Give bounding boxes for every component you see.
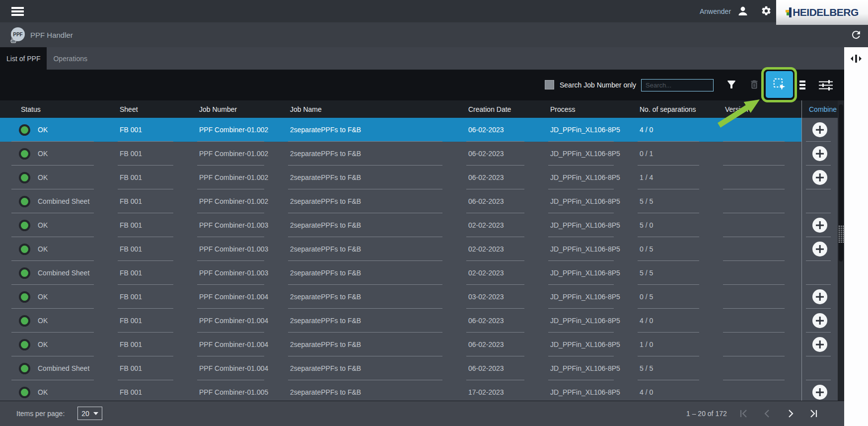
column-header-sheet[interactable]: Sheet xyxy=(111,100,190,118)
combine-add-button[interactable] xyxy=(812,146,827,161)
gear-icon[interactable] xyxy=(761,5,772,18)
tab-list-of-ppf[interactable]: List of PPF xyxy=(0,47,47,70)
cell-sheet: FB 001 xyxy=(111,309,190,333)
cell-separations: 4 / 0 xyxy=(631,118,716,142)
combine-add-button[interactable] xyxy=(812,289,827,304)
table-row[interactable]: OK FB 001 PPF Combiner-01.002 2separateP… xyxy=(0,142,844,166)
cell-sheet: FB 001 xyxy=(111,333,190,356)
cell-separations: 4 / 0 xyxy=(631,309,716,333)
table-row[interactable]: OK FB 001 PPF Combiner-01.003 2separateP… xyxy=(0,213,844,237)
status-dot-icon xyxy=(19,387,30,398)
table-row[interactable]: Combined Sheet FB 001 PPF Combiner-01.00… xyxy=(0,189,844,213)
cell-status: OK xyxy=(0,118,111,142)
heidelberg-logo-mark xyxy=(786,7,792,18)
trash-icon[interactable] xyxy=(749,79,760,92)
more-options-icon[interactable] xyxy=(799,81,805,91)
selection-cursor-icon xyxy=(772,77,787,92)
cell-status: OK xyxy=(0,333,111,356)
cell-job-number: PPF Combiner-01.003 xyxy=(190,213,281,237)
table-row[interactable]: Combined Sheet FB 001 PPF Combiner-01.00… xyxy=(0,261,844,285)
hamburger-menu-icon[interactable] xyxy=(11,7,24,16)
table-row[interactable]: OK FB 001 PPF Combiner-01.003 2separateP… xyxy=(0,237,844,261)
first-page-icon[interactable] xyxy=(738,408,750,420)
panel-resize-handle[interactable] xyxy=(838,225,844,243)
table-row[interactable]: OK FB 001 PPF Combiner-01.005 2separateP… xyxy=(0,380,844,401)
combine-add-button[interactable] xyxy=(812,218,827,233)
combine-add-button[interactable] xyxy=(812,337,827,352)
column-settings-icon[interactable] xyxy=(818,80,834,93)
column-header-combine[interactable]: Combine xyxy=(801,100,838,118)
cell-version xyxy=(716,285,801,309)
cell-combine xyxy=(801,285,838,309)
cell-combine xyxy=(801,118,838,142)
cell-creation-date: 06-02-2023 xyxy=(459,142,541,166)
items-per-page-value: 20 xyxy=(81,410,89,418)
cell-process: JD_PPFin_XL106-8P5 xyxy=(541,189,631,213)
cell-status: OK xyxy=(0,237,111,261)
combine-add-button[interactable] xyxy=(812,122,827,137)
table-row[interactable]: OK FB 001 PPF Combiner-01.002 2separateP… xyxy=(0,118,844,142)
panel-toggle-icon[interactable] xyxy=(850,54,863,65)
cell-status: OK xyxy=(0,166,111,189)
select-mode-button[interactable] xyxy=(766,71,793,98)
cell-separations: 0 / 1 xyxy=(631,142,716,166)
column-header-job-name[interactable]: Job Name xyxy=(281,100,459,118)
column-header-no-of-separations[interactable]: No. of separations xyxy=(631,100,716,118)
column-header-creation-date[interactable]: Creation Date xyxy=(459,100,541,118)
user-account-icon[interactable] xyxy=(737,5,749,19)
cell-separations: 0 / 5 xyxy=(631,285,716,309)
cell-job-name: 2separatePPFs to F&B xyxy=(281,166,459,189)
combine-add-button[interactable] xyxy=(812,385,827,400)
tab-operations[interactable]: Operations xyxy=(47,47,93,70)
cell-separations: 5 / 5 xyxy=(631,356,716,380)
cell-sheet: FB 001 xyxy=(111,237,190,261)
cell-version xyxy=(716,166,801,189)
cell-job-name: 2separatePPFs to F&B xyxy=(281,237,459,261)
cell-creation-date: 02-02-2023 xyxy=(459,237,541,261)
cell-creation-date: 06-02-2023 xyxy=(459,166,541,189)
pagination-footer: Items per page: 20 1 – 20 of 172 xyxy=(0,401,844,426)
refresh-icon[interactable] xyxy=(850,29,862,43)
column-header-job-number[interactable]: Job Number xyxy=(190,100,281,118)
collapsed-side-panel xyxy=(844,47,868,426)
column-header-process[interactable]: Process xyxy=(541,100,631,118)
cell-separations: 1 / 0 xyxy=(631,333,716,356)
cell-job-name: 2separatePPFs to F&B xyxy=(281,142,459,166)
items-per-page-select[interactable]: 20 xyxy=(77,407,102,420)
column-header-version[interactable]: Version xyxy=(716,100,801,118)
next-page-icon[interactable] xyxy=(785,408,796,420)
toolbar: Search Job Number only xyxy=(0,70,844,100)
top-bar: Anwender HEIDELBERG xyxy=(0,0,868,22)
filter-icon[interactable] xyxy=(725,78,737,93)
ppf-table-body: OK FB 001 PPF Combiner-01.002 2separateP… xyxy=(0,118,844,401)
cell-status: OK xyxy=(0,213,111,237)
column-header-status[interactable]: Status xyxy=(0,100,111,118)
last-page-icon[interactable] xyxy=(807,408,819,420)
status-dot-icon xyxy=(19,196,30,207)
table-row[interactable]: OK FB 001 PPF Combiner-01.002 2separateP… xyxy=(0,166,844,189)
table-header: Status Sheet Job Number Job Name Creatio… xyxy=(0,100,844,118)
cell-status: OK xyxy=(0,380,111,401)
cell-job-number: PPF Combiner-01.002 xyxy=(190,189,281,213)
search-input[interactable] xyxy=(641,79,714,91)
cell-job-name: 2separatePPFs to F&B xyxy=(281,213,459,237)
table-scrollbar-track[interactable] xyxy=(838,100,844,401)
table-row[interactable]: OK FB 001 PPF Combiner-01.004 2separateP… xyxy=(0,309,844,333)
cell-combine xyxy=(801,189,838,213)
search-job-number-only-checkbox[interactable] xyxy=(545,80,554,89)
table-row[interactable]: OK FB 001 PPF Combiner-01.004 2separateP… xyxy=(0,285,844,309)
cell-process: JD_PPFin_XL106-8P5 xyxy=(541,309,631,333)
combine-add-button[interactable] xyxy=(812,313,827,328)
status-dot-icon xyxy=(19,291,30,303)
cell-combine xyxy=(801,333,838,356)
previous-page-icon[interactable] xyxy=(761,408,773,420)
combine-add-button[interactable] xyxy=(812,170,827,185)
table-row[interactable]: Combined Sheet FB 001 PPF Combiner-01.00… xyxy=(0,356,844,380)
combine-add-button[interactable] xyxy=(812,242,827,256)
cell-combine xyxy=(801,213,838,237)
cell-separations: 5 / 5 xyxy=(631,261,716,285)
cell-process: JD_PPFin_XL106-8P5 xyxy=(541,166,631,189)
table-row[interactable]: OK FB 001 PPF Combiner-01.004 2separateP… xyxy=(0,333,844,356)
cell-job-number: PPF Combiner-01.002 xyxy=(190,142,281,166)
cell-job-number: PPF Combiner-01.004 xyxy=(190,285,281,309)
